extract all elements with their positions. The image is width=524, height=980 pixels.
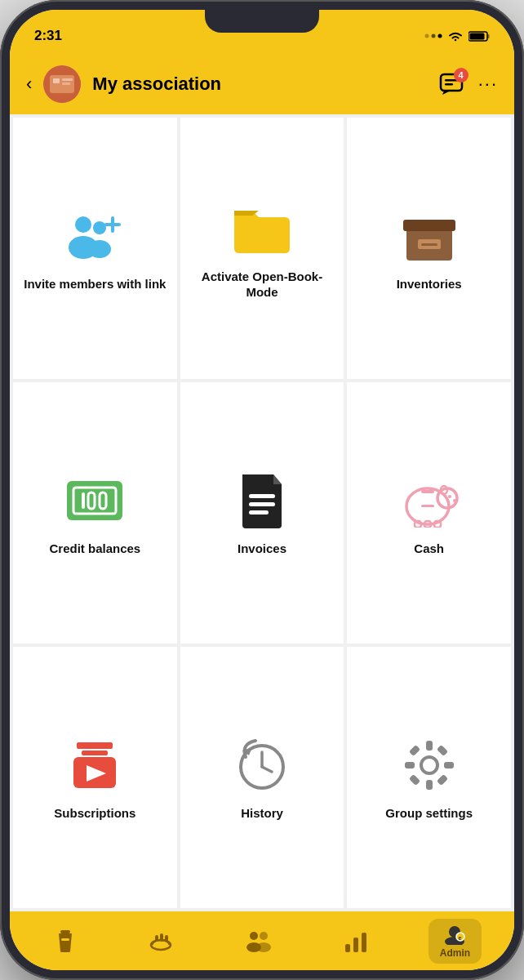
bottom-nav: e Admin [10, 911, 514, 970]
grid-item-credit[interactable]: Credit balances [13, 382, 177, 644]
openbook-label: Activate Open-Book-Mode [189, 269, 336, 301]
svg-point-67 [260, 932, 268, 940]
svg-rect-42 [77, 742, 113, 749]
history-label: History [241, 805, 283, 822]
admin-label: Admin [440, 947, 470, 959]
svg-rect-71 [362, 933, 366, 952]
svg-rect-29 [249, 494, 275, 498]
svg-rect-59 [60, 930, 70, 933]
settings-icon [397, 737, 462, 794]
svg-rect-60 [61, 938, 69, 941]
more-button[interactable]: ··· [478, 74, 498, 95]
svg-point-65 [250, 932, 258, 940]
svg-point-14 [75, 216, 91, 233]
avatar [43, 65, 81, 103]
svg-point-16 [93, 221, 106, 234]
nav-item-drinks[interactable] [42, 924, 88, 958]
svg-rect-8 [53, 78, 60, 83]
signal-dots-icon [424, 32, 442, 40]
svg-point-1 [432, 34, 436, 38]
svg-point-0 [425, 34, 429, 38]
grid-item-subscriptions[interactable]: Subscriptions [13, 647, 177, 908]
svg-rect-19 [104, 223, 121, 226]
grid-item-inventories[interactable]: Inventories [347, 118, 511, 379]
members-icon [244, 929, 272, 952]
svg-rect-54 [444, 762, 454, 768]
svg-rect-23 [421, 243, 437, 246]
header: ‹ My association [10, 54, 514, 114]
svg-rect-37 [415, 521, 421, 528]
grid-item-invite[interactable]: Invite members with link [13, 118, 177, 379]
invite-label: Invite members with link [24, 276, 166, 292]
svg-point-68 [256, 942, 271, 952]
notification-button[interactable]: 4 [439, 73, 464, 96]
svg-text:e: e [459, 935, 462, 941]
battery-icon [468, 31, 490, 42]
content-grid: Invite members with link Activate Open-B… [10, 114, 514, 911]
svg-rect-57 [409, 774, 420, 786]
back-button[interactable]: ‹ [26, 74, 32, 95]
subscriptions-icon [62, 737, 127, 794]
credit-label: Credit balances [49, 541, 140, 557]
notch [205, 10, 319, 33]
svg-rect-40 [421, 505, 434, 507]
grid-item-settings[interactable]: Group settings [347, 647, 511, 908]
settings-label: Group settings [385, 805, 473, 822]
svg-rect-36 [421, 490, 434, 493]
avatar-image [43, 65, 81, 103]
status-icons [424, 30, 490, 42]
history-icon [229, 737, 295, 794]
stats-icon [344, 929, 368, 952]
drinks-icon [54, 929, 77, 953]
page-title: My association [92, 74, 427, 95]
svg-point-41 [453, 499, 456, 502]
svg-rect-30 [249, 502, 275, 506]
cash-label: Cash [414, 541, 444, 557]
svg-rect-53 [405, 762, 415, 768]
header-right: 4 ··· [439, 73, 498, 96]
svg-rect-13 [445, 83, 453, 86]
svg-rect-10 [62, 82, 70, 85]
nav-item-admin[interactable]: e Admin [429, 919, 482, 964]
grid-item-invoices[interactable]: Invoices [180, 382, 344, 644]
svg-rect-21 [403, 220, 455, 231]
invoices-icon [229, 472, 295, 529]
svg-rect-64 [165, 935, 168, 942]
inventories-label: Inventories [397, 276, 462, 292]
svg-rect-51 [426, 741, 433, 751]
status-bar: 2:31 [10, 10, 514, 54]
svg-rect-56 [437, 745, 448, 756]
svg-rect-69 [345, 944, 350, 952]
svg-rect-31 [249, 510, 269, 514]
credit-icon [62, 472, 127, 529]
status-time: 2:31 [34, 28, 62, 44]
svg-rect-62 [155, 935, 158, 942]
svg-point-2 [438, 34, 442, 38]
phone-inner: 2:31 [10, 10, 514, 970]
grid-item-openbook[interactable]: Activate Open-Book-Mode [180, 118, 344, 379]
nav-item-members[interactable] [233, 924, 283, 957]
svg-rect-9 [62, 78, 73, 81]
svg-line-48 [262, 767, 272, 772]
food-icon [149, 929, 173, 953]
invite-icon [62, 207, 127, 265]
svg-rect-58 [437, 774, 448, 786]
inventories-icon [397, 207, 462, 265]
nav-item-stats[interactable] [332, 924, 380, 957]
invoices-label: Invoices [238, 541, 286, 557]
admin-icon: e [442, 924, 467, 945]
svg-rect-43 [82, 751, 108, 755]
wifi-icon [447, 30, 464, 42]
svg-rect-70 [353, 938, 358, 952]
svg-point-35 [448, 495, 451, 498]
phone-frame: 2:31 [0, 0, 524, 980]
svg-rect-26 [82, 492, 85, 509]
grid-item-history[interactable]: History [180, 647, 344, 908]
openbook-icon [229, 200, 295, 257]
svg-rect-55 [409, 745, 420, 756]
nav-item-food[interactable] [137, 924, 184, 958]
grid-item-cash[interactable]: Cash [347, 382, 511, 644]
notification-badge: 4 [454, 68, 468, 82]
svg-point-17 [88, 240, 111, 258]
svg-point-50 [421, 757, 437, 773]
